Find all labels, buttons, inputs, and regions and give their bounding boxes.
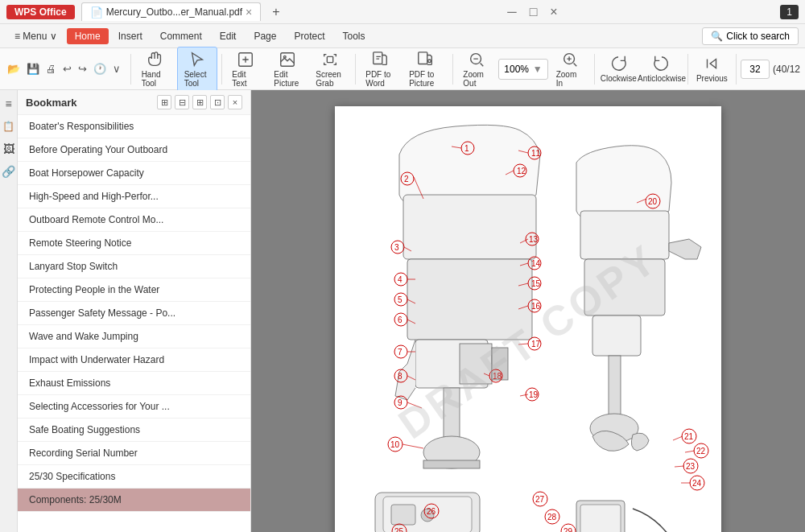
toolbar: 📂 💾 🖨 ↩ ↪ 🕐 ∨ Hand Tool Select Tool Edit…: [0, 48, 805, 90]
sidebar-icon-3[interactable]: 🖼: [2, 142, 16, 156]
menu-item-comment[interactable]: Comment: [152, 28, 210, 44]
menu-item-insert[interactable]: Insert: [110, 28, 151, 44]
svg-text:17: 17: [531, 340, 541, 348]
svg-text:19: 19: [529, 390, 539, 399]
bookmark-item[interactable]: Boater's Responsibilities: [18, 115, 250, 138]
bookmark-item[interactable]: Recording Serial Number: [18, 442, 250, 465]
menu-item-protect[interactable]: Protect: [286, 28, 332, 44]
pdf-to-picture-icon: [416, 51, 434, 68]
bookmark-item[interactable]: Exhaust Emissions: [18, 372, 250, 395]
zoom-out-button[interactable]: Zoom Out: [456, 47, 497, 91]
svg-text:12: 12: [517, 167, 526, 175]
bookmark-item[interactable]: 25/30 Specifications: [18, 465, 250, 489]
bookmark-item[interactable]: Boat Horsepower Capacity: [18, 162, 250, 185]
bookmark-expand-icon[interactable]: ⊟: [175, 95, 189, 109]
pdf-to-picture-button[interactable]: PDF to Picture: [402, 47, 448, 91]
svg-line-99: [407, 402, 422, 408]
zoom-input[interactable]: 100% ▼: [498, 59, 547, 80]
bookmark-item[interactable]: High-Speed and High-Perfor...: [18, 185, 250, 208]
svg-rect-17: [580, 211, 669, 259]
sidebar-icon-2[interactable]: 📋: [2, 119, 16, 134]
zoom-out-icon: [468, 51, 485, 68]
tab-close-icon[interactable]: ×: [246, 6, 252, 19]
bookmark-delete-icon[interactable]: ⊡: [210, 95, 225, 109]
dropdown-icon[interactable]: ∨: [110, 61, 123, 76]
bookmark-item[interactable]: Impact with Underwater Hazard: [18, 348, 250, 372]
file-open-icon[interactable]: 📂: [5, 61, 23, 76]
wps-logo[interactable]: WPS Office: [6, 5, 75, 19]
sidebar-icon-1[interactable]: ≡: [2, 97, 16, 111]
zoom-dropdown-icon[interactable]: ▼: [533, 64, 543, 75]
pdf-to-word-label: PDF to Word: [365, 70, 394, 88]
add-tab-button[interactable]: +: [267, 5, 284, 19]
zoom-out-label: Zoom Out: [463, 70, 490, 88]
menu-item-menu[interactable]: ≡ Menu ∨: [6, 28, 65, 44]
bookmark-item[interactable]: Safe Boating Suggestions: [18, 419, 250, 442]
svg-rect-14: [423, 460, 480, 468]
pdf-area[interactable]: DRAFT COPY: [251, 90, 805, 532]
menu-item-home[interactable]: Home: [67, 28, 109, 44]
bookmark-add-icon[interactable]: ⊞: [192, 95, 207, 109]
menu-item-edit[interactable]: Edit: [212, 28, 245, 44]
search-button[interactable]: 🔍 Click to search: [702, 27, 799, 45]
bookmark-item[interactable]: Lanyard Stop Switch: [18, 255, 250, 278]
search-label: Click to search: [726, 31, 790, 42]
svg-line-111: [673, 436, 683, 440]
redo-icon[interactable]: ↪: [76, 61, 89, 76]
undo-icon[interactable]: ↩: [60, 61, 74, 76]
bookmark-header-icons: ⊞ ⊟ ⊞ ⊡ ×: [157, 95, 242, 109]
bookmark-item[interactable]: Outboard Remote Control Mo...: [18, 208, 250, 232]
svg-rect-5: [419, 52, 427, 64]
engine-diagram: 1 2 3 4 5 6 7 8 9: [335, 106, 721, 532]
svg-text:5: 5: [398, 295, 402, 304]
svg-rect-19: [592, 315, 641, 356]
clockwise-button[interactable]: Clockwise: [598, 52, 638, 86]
history-icon[interactable]: 🕐: [91, 61, 109, 76]
edit-picture-button[interactable]: Edit Picture: [267, 47, 308, 91]
bookmark-panel: Bookmark ⊞ ⊟ ⊞ ⊡ × Boater's Responsibili…: [18, 90, 251, 532]
menu-item-page[interactable]: Page: [246, 28, 284, 44]
bookmark-item[interactable]: Selecting Accessories for Your ...: [18, 395, 250, 419]
search-icon: 🔍: [711, 31, 723, 42]
zoom-in-button[interactable]: Zoom In: [550, 47, 590, 91]
svg-text:8: 8: [398, 372, 402, 381]
svg-text:6: 6: [398, 315, 402, 324]
separator-4: [452, 54, 453, 85]
bookmark-close-icon[interactable]: ×: [228, 95, 242, 109]
print-icon[interactable]: 🖨: [43, 61, 59, 76]
pdf-to-word-button[interactable]: PDF to Word: [359, 47, 401, 91]
page-number-input[interactable]: [741, 60, 770, 79]
bookmark-item[interactable]: Components: 25/30M: [18, 489, 250, 512]
previous-button[interactable]: Previous: [691, 52, 732, 86]
bookmark-item[interactable]: Passenger Safety Message - Po...: [18, 302, 250, 325]
bookmark-item[interactable]: Wave and Wake Jumping: [18, 325, 250, 348]
bookmark-collapse-icon[interactable]: ⊞: [157, 95, 171, 109]
bookmark-item[interactable]: Remote Steering Notice: [18, 232, 250, 255]
edit-text-button[interactable]: Edit Text: [225, 47, 266, 91]
anticlockwise-label: Anticlockwise: [638, 74, 686, 83]
hand-tool-icon: [147, 51, 164, 68]
select-tool-button[interactable]: Select Tool: [177, 47, 217, 92]
menu-item-tools[interactable]: Tools: [334, 28, 373, 44]
previous-label: Previous: [696, 74, 728, 83]
separator-1: [130, 54, 131, 85]
screen-grab-button[interactable]: Screen Grab: [309, 47, 350, 91]
maximize-button[interactable]: □: [526, 5, 541, 19]
svg-text:3: 3: [394, 243, 399, 252]
hand-tool-button[interactable]: Hand Tool: [135, 47, 175, 91]
minimize-button[interactable]: ─: [504, 5, 519, 19]
clockwise-label: Clockwise: [601, 74, 637, 83]
svg-text:18: 18: [493, 372, 502, 381]
edit-picture-icon: [279, 51, 296, 68]
document-tab[interactable]: 📄 Mercury_Outbo...er_Manual.pdf ×: [81, 2, 262, 21]
sidebar-icon-4[interactable]: 🔗: [2, 164, 16, 179]
svg-text:9: 9: [398, 398, 402, 407]
svg-text:10: 10: [390, 440, 400, 449]
svg-text:7: 7: [398, 348, 402, 357]
anticlockwise-button[interactable]: Anticlockwise: [640, 52, 683, 86]
svg-line-100: [402, 444, 423, 448]
save-icon[interactable]: 💾: [24, 61, 42, 76]
bookmark-item[interactable]: Protecting People in the Water: [18, 278, 250, 302]
bookmark-item[interactable]: Before Operating Your Outboard: [18, 138, 250, 162]
close-button[interactable]: ×: [547, 5, 560, 19]
